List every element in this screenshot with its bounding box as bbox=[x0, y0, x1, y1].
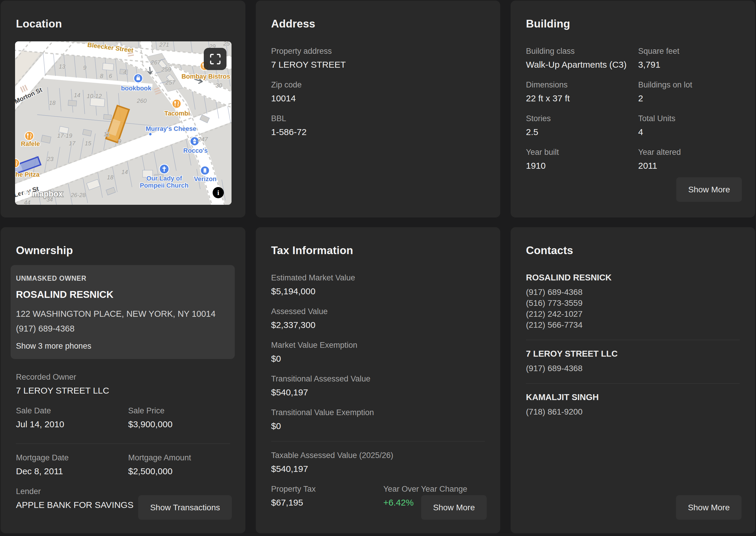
field-mortgage-amount: Mortgage Amount $2,500,000 bbox=[128, 453, 230, 477]
contact-group: 7 LEROY STREET LLC (917) 689-4368 bbox=[526, 349, 740, 374]
svg-text:267: 267 bbox=[150, 59, 161, 66]
field-year-built: Year built 1910 bbox=[526, 147, 638, 172]
building-title: Building bbox=[526, 18, 740, 30]
svg-text:8: 8 bbox=[100, 73, 103, 79]
poi-label-chepitza: che Pitza bbox=[15, 171, 40, 178]
field-sale-price: Sale Price $3,900,000 bbox=[128, 406, 230, 430]
poi-label-roccos: Rocco's bbox=[183, 147, 208, 154]
contact-name: 7 LEROY STREET LLC bbox=[526, 349, 740, 359]
tax-divider bbox=[271, 441, 485, 442]
murrays-cheese-dot-icon bbox=[149, 133, 152, 136]
contact-phone: (917) 689-4368 bbox=[526, 363, 740, 374]
svg-text:247: 247 bbox=[198, 136, 208, 143]
field-stories: Stories 2.5 bbox=[526, 114, 638, 138]
contacts-show-more-button[interactable]: Show More bbox=[676, 495, 741, 520]
card-grid: Location bbox=[1, 1, 755, 533]
location-title: Location bbox=[16, 18, 230, 30]
field-bbl: BBL 1-586-72 bbox=[271, 114, 485, 138]
field-property-tax: Property Tax $67,195 bbox=[271, 484, 383, 509]
rafele-restaurant-icon bbox=[25, 131, 34, 140]
card-address: Address Property address 7 LEROY STREET … bbox=[256, 1, 500, 218]
svg-text:6: 6 bbox=[109, 73, 112, 79]
field-mortgage-date: Mortgage Date Dec 8, 2011 bbox=[16, 453, 128, 477]
poi-label-tacombi: Tacombi bbox=[165, 110, 190, 117]
svg-text:44: 44 bbox=[24, 199, 30, 205]
field-estimated-market-value: Estimated Market Value $5,194,000 bbox=[271, 273, 485, 297]
svg-text:11: 11 bbox=[104, 131, 110, 137]
contact-phone: (212) 566-7734 bbox=[526, 319, 740, 330]
field-buildings-on-lot: Buildings on lot 2 bbox=[638, 80, 740, 104]
svg-text:257: 257 bbox=[165, 79, 175, 86]
svg-text:15: 15 bbox=[85, 140, 92, 147]
unmasked-owner-phone: (917) 689-4368 bbox=[16, 323, 229, 334]
building-show-more-button[interactable]: Show More bbox=[676, 177, 742, 202]
card-tax-information: Tax Information Estimated Market Value $… bbox=[256, 227, 500, 533]
poi-label-murrays: Murray's Cheese bbox=[145, 125, 196, 132]
svg-text:25: 25 bbox=[223, 41, 230, 47]
svg-text:17: 17 bbox=[69, 140, 76, 147]
field-year-altered: Year altered 2011 bbox=[638, 147, 740, 172]
svg-text:9: 9 bbox=[83, 64, 86, 71]
unmasked-owner-box: UNMASKED OWNER ROSALIND RESNICK 122 WASH… bbox=[11, 265, 235, 359]
contact-phone: (718) 861-9200 bbox=[526, 406, 740, 417]
poi-label-rafele: Rafele bbox=[21, 140, 40, 148]
field-market-value-exemption: Market Value Exemption $0 bbox=[271, 340, 485, 365]
svg-text:17-19: 17-19 bbox=[57, 132, 72, 139]
contact-group: ROSALIND RESNICK (917) 689-4368 (516) 77… bbox=[526, 273, 740, 330]
field-recorded-owner: Recorded Owner 7 LEROY STREET LLC bbox=[16, 372, 230, 396]
svg-text:10-12: 10-12 bbox=[86, 93, 102, 99]
card-building: Building Building class Walk-Up Apartmen… bbox=[511, 1, 755, 218]
unmasked-owner-name: ROSALIND RESNICK bbox=[16, 289, 229, 300]
field-zip-code: Zip code 10014 bbox=[271, 80, 485, 104]
poi-label-bombay: Bombay Bistros bbox=[182, 73, 230, 80]
field-property-address: Property address 7 LEROY STREET bbox=[271, 46, 485, 71]
field-building-class: Building class Walk-Up Apartments (C3) bbox=[526, 46, 638, 71]
poi-label-church-line2: Pompeii Church bbox=[140, 182, 189, 189]
verizon-phone-icon bbox=[201, 166, 209, 175]
property-dashboard: Location bbox=[0, 0, 756, 536]
field-dimensions: Dimensions 22 ft x 37 ft bbox=[526, 80, 638, 104]
svg-text:14: 14 bbox=[121, 169, 128, 175]
map-fullscreen-button[interactable] bbox=[204, 48, 227, 70]
svg-text:23: 23 bbox=[47, 156, 53, 162]
svg-text:18: 18 bbox=[107, 174, 113, 181]
svg-text:259: 259 bbox=[161, 66, 171, 73]
svg-text:271: 271 bbox=[159, 41, 169, 48]
show-transactions-button[interactable]: Show Transactions bbox=[138, 495, 232, 520]
contact-phone: (917) 689-4368 bbox=[526, 286, 740, 298]
svg-text:mapbox: mapbox bbox=[32, 189, 63, 198]
contact-group: KAMALJIT SINGH (718) 861-9200 bbox=[526, 392, 740, 417]
card-contacts: Contacts ROSALIND RESNICK (917) 689-4368… bbox=[511, 227, 755, 533]
tacombi-restaurant-icon bbox=[172, 99, 181, 108]
unmasked-owner-label: UNMASKED OWNER bbox=[16, 275, 229, 283]
field-transitional-value-exemption: Transitional Value Exemption $0 bbox=[271, 408, 485, 432]
svg-text:14: 14 bbox=[74, 92, 80, 98]
field-transitional-assessed-value: Transitional Assessed Value $540,197 bbox=[271, 374, 485, 398]
svg-text:260: 260 bbox=[137, 97, 146, 104]
field-total-units: Total Units 4 bbox=[638, 114, 740, 138]
ownership-title: Ownership bbox=[16, 244, 230, 257]
field-square-feet: Square feet 3,791 bbox=[638, 46, 740, 71]
show-more-phones-link[interactable]: Show 3 more phones bbox=[16, 342, 91, 351]
contacts-title: Contacts bbox=[526, 244, 740, 257]
address-title: Address bbox=[271, 18, 485, 30]
map-svg: Bleecker Street Morton St Leroy St bookb… bbox=[15, 41, 232, 205]
poi-label-bookbook: bookbook bbox=[121, 85, 151, 92]
tax-title: Tax Information bbox=[271, 244, 485, 257]
ownership-divider bbox=[16, 444, 230, 444]
card-ownership: Ownership UNMASKED OWNER ROSALIND RESNIC… bbox=[1, 227, 245, 533]
poi-label-verizon: Verizon bbox=[194, 176, 216, 183]
svg-text:18: 18 bbox=[49, 100, 55, 106]
fullscreen-icon bbox=[209, 53, 221, 65]
map-info-button[interactable]: i bbox=[213, 187, 224, 198]
church-icon bbox=[159, 164, 169, 174]
field-taxable-assessed-value: Taxable Assessed Value (2025/26) $540,19… bbox=[271, 450, 485, 475]
svg-text:26-28: 26-28 bbox=[70, 192, 86, 198]
map-canvas[interactable]: Bleecker Street Morton St Leroy St bookb… bbox=[15, 41, 232, 205]
unmasked-owner-address: 122 WASHINGTON PLACE, NEW YORK, NY 10014 bbox=[16, 308, 229, 320]
card-location: Location bbox=[1, 1, 245, 218]
contact-phone: (212) 242-1027 bbox=[526, 309, 740, 319]
tax-show-more-button[interactable]: Show More bbox=[421, 495, 487, 520]
field-assessed-value: Assessed Value $2,337,300 bbox=[271, 306, 485, 331]
contact-phone: (516) 773-3559 bbox=[526, 298, 740, 309]
